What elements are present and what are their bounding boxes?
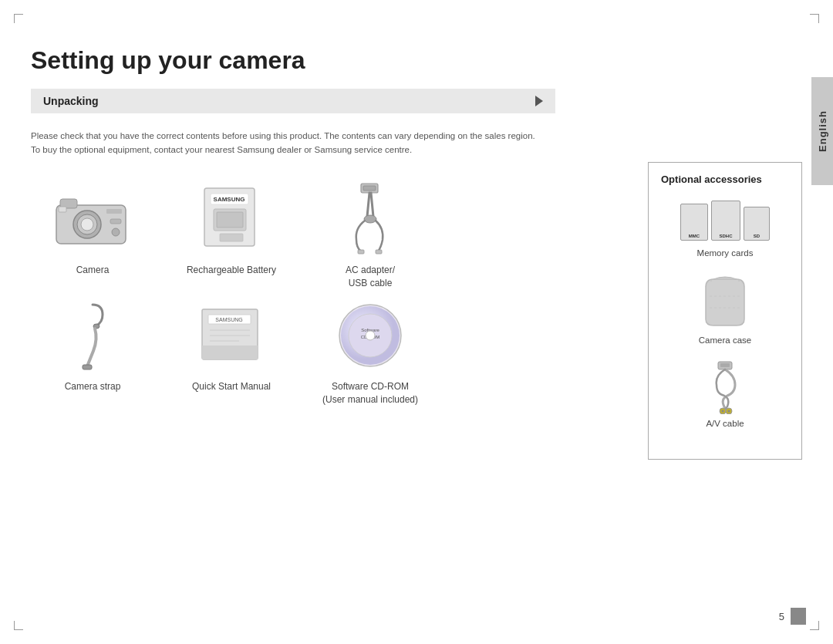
section-header: Unpacking (31, 89, 555, 113)
svg-rect-5 (59, 207, 66, 212)
av-cable-label: A/V cable (706, 419, 744, 428)
memory-cards-label: Memory cards (697, 248, 754, 258)
mmc-label: MMC (689, 234, 700, 238)
optional-item-camera-case: Camera case (661, 273, 789, 345)
english-tab: English (811, 77, 833, 185)
camera-case-label: Camera case (699, 335, 751, 345)
memory-cards-image: MMC SDHC SD (675, 197, 775, 244)
sdhc-card: SDHC (711, 201, 740, 241)
svg-rect-16 (363, 186, 376, 191)
svg-point-44 (727, 410, 730, 413)
page-number-box (791, 608, 806, 625)
camera-image (50, 180, 135, 258)
av-cable-icon (696, 360, 754, 414)
item-battery: SAMSUNG Rechargeable Battery (170, 180, 293, 290)
page: English Setting up your camera Unpacking… (0, 0, 833, 644)
page-number-area: 5 (779, 608, 806, 625)
svg-rect-20 (358, 250, 364, 254)
cdrom-icon: Software CD-ROM (334, 299, 407, 373)
svg-line-18 (371, 193, 373, 217)
memory-cards-row: MMC SDHC SD (680, 201, 770, 241)
sd-label: SD (754, 234, 760, 238)
svg-point-36 (366, 331, 375, 340)
svg-line-17 (367, 193, 369, 217)
svg-rect-21 (376, 250, 382, 254)
av-cable-image (694, 360, 756, 414)
svg-rect-27 (202, 346, 258, 359)
battery-image: SAMSUNG (189, 180, 274, 258)
corner-tl (14, 14, 23, 23)
corner-bl (14, 621, 23, 630)
optional-title: Optional accessories (661, 174, 789, 185)
corner-br (810, 621, 819, 630)
battery-icon: SAMSUNG (197, 184, 266, 254)
item-strap: Camera strap (31, 297, 154, 406)
section-header-arrow-icon (535, 96, 543, 106)
manual-label: Quick Start Manual (192, 380, 271, 393)
description: Please check that you have the correct c… (31, 129, 555, 157)
battery-label: Rechargeable Battery (187, 264, 276, 277)
svg-rect-40 (720, 363, 730, 367)
camera-case-icon (698, 273, 752, 331)
camera-label: Camera (76, 264, 110, 277)
manual-icon: SAMSUNG (193, 303, 270, 369)
svg-point-3 (81, 218, 93, 231)
svg-text:SAMSUNG: SAMSUNG (215, 317, 242, 322)
manual-image: SAMSUNG (189, 297, 274, 374)
camera-case-image (694, 273, 756, 331)
ac-adapter-icon (339, 182, 401, 255)
optional-accessories-box: Optional accessories MMC SDHC (648, 162, 802, 460)
strap-image (50, 297, 135, 374)
strap-icon (66, 301, 120, 370)
item-camera: Camera (31, 180, 154, 290)
svg-rect-13 (217, 212, 243, 228)
cdrom-image: Software CD-ROM (328, 297, 413, 374)
ac-adapter-label: AC adapter/USB cable (346, 264, 395, 290)
svg-point-43 (721, 410, 723, 413)
page-number: 5 (779, 611, 784, 622)
sdhc-label: SDHC (719, 234, 732, 238)
section-header-title: Unpacking (43, 95, 99, 107)
camera-icon (52, 190, 133, 248)
mmc-card: MMC (680, 204, 708, 241)
english-label: English (817, 110, 828, 152)
ac-adapter-image (328, 180, 413, 258)
item-cdrom: Software CD-ROM Software CD-ROM(User man… (309, 297, 432, 406)
item-manual: SAMSUNG Quick Start Manual (170, 297, 293, 406)
item-ac-adapter: AC adapter/USB cable (309, 180, 432, 290)
svg-rect-14 (220, 234, 243, 241)
optional-item-memory-cards: MMC SDHC SD (661, 197, 789, 258)
svg-rect-6 (106, 209, 122, 214)
sd-card: SD (744, 207, 770, 241)
page-title: Setting up your camera (31, 46, 802, 75)
svg-point-19 (364, 215, 376, 223)
strap-label: Camera strap (65, 380, 121, 393)
cdrom-label: Software CD-ROM(User manual included) (322, 380, 418, 406)
svg-rect-7 (110, 219, 121, 224)
svg-rect-23 (83, 365, 92, 369)
svg-point-8 (112, 228, 120, 236)
optional-item-av-cable: A/V cable (661, 360, 789, 428)
svg-text:SAMSUNG: SAMSUNG (214, 196, 245, 203)
corner-tr (810, 14, 819, 23)
